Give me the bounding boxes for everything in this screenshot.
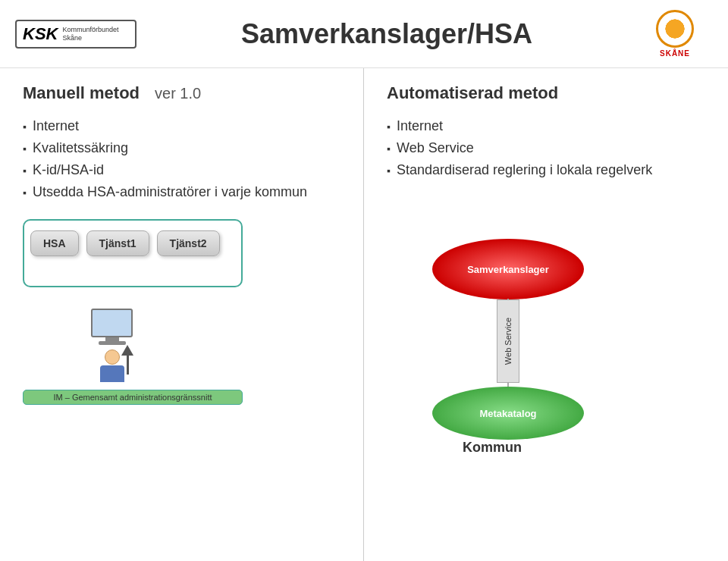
- diagram-right: Samverkanslager Web Service Metakatalog …: [387, 239, 705, 451]
- region-sun-icon: [656, 10, 694, 48]
- auto-method-title: Automatiserad metod: [387, 83, 705, 103]
- hsa-box-row: HSA Tjänst1 Tjänst2: [30, 230, 220, 256]
- manual-method-title: Manuell metod: [23, 83, 140, 103]
- manual-method-header: Manuell metod ver 1.0: [23, 83, 340, 103]
- right-panel: Automatiserad metod Internet Web Service…: [364, 68, 728, 561]
- bullet-utsedda: Utsedda HSA-administratörer i varje komm…: [23, 184, 340, 200]
- auto-bullet-standard: Standardiserad reglering i lokala regelv…: [387, 162, 705, 178]
- person-body: [100, 365, 124, 382]
- bullet-internet: Internet: [23, 118, 340, 134]
- kommun-label: Kommun: [463, 440, 522, 456]
- hsa-box: HSA: [30, 230, 79, 256]
- im-label: IM – Gemensamt administrationsgränssnitt: [23, 390, 243, 405]
- region-name-text: SKÅNE: [660, 49, 690, 58]
- header: KSK Kommunförbundet Skåne Samverkanslage…: [0, 0, 728, 68]
- computer-icon: [91, 309, 133, 345]
- tjanst2-box: Tjänst2: [157, 230, 220, 256]
- computer-base: [99, 341, 126, 345]
- page-title: Samverkanslager/HSA: [136, 18, 637, 50]
- bullet-kid: K-id/HSA-id: [23, 162, 340, 178]
- manual-bullet-list: Internet Kvalitetssäkring K-id/HSA-id Ut…: [23, 118, 340, 200]
- auto-bullet-internet: Internet: [387, 118, 705, 134]
- person-computer-figure: [91, 309, 133, 382]
- version-label: ver 1.0: [155, 85, 201, 102]
- person-head: [105, 349, 120, 365]
- webservice-box: Web Service: [497, 299, 519, 383]
- computer-screen: [91, 309, 133, 337]
- main-content: Manuell metod ver 1.0 Internet Kvalitets…: [0, 68, 728, 561]
- bullet-kvalitet: Kvalitetssäkring: [23, 140, 340, 156]
- metakatalog-box: Metakatalog: [432, 387, 584, 440]
- person-icon: [100, 349, 124, 382]
- auto-bullet-webservice: Web Service: [387, 140, 705, 156]
- tjanst1-box: Tjänst1: [86, 230, 149, 256]
- diagram-left: HSA Tjänst1 Tjänst2 IM – Gemensamt admin…: [23, 215, 340, 382]
- logo-kommunforbundet: KSK Kommunförbundet Skåne: [15, 8, 136, 61]
- logo-region-skane: SKÅNE: [637, 8, 713, 61]
- left-panel: Manuell metod ver 1.0 Internet Kvalitets…: [0, 68, 364, 561]
- webservice-text: Web Service: [504, 318, 513, 365]
- auto-bullet-list: Internet Web Service Standardiserad regl…: [387, 118, 705, 178]
- kommunforbundet-text: Kommunförbundet Skåne: [62, 26, 129, 42]
- ksk-icon: KSK: [23, 24, 58, 44]
- samverkan-box: Samverkanslager: [432, 239, 584, 299]
